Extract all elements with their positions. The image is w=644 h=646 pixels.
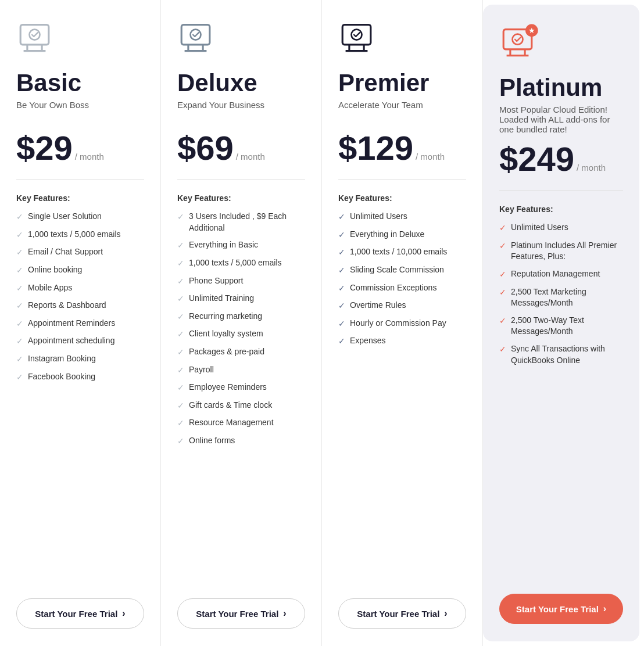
feature-item: ✓ Resource Management xyxy=(177,417,305,429)
plan-period: / month xyxy=(75,152,104,162)
check-icon: ✓ xyxy=(177,347,184,358)
plan-price-row: $29 / month xyxy=(16,131,144,180)
feature-text: 1,000 texts / 5,000 emails xyxy=(28,229,121,241)
feature-text: Client loyalty system xyxy=(189,328,263,340)
feature-text: Employee Reminders xyxy=(189,382,267,393)
feature-text: Facebook Booking xyxy=(28,371,95,383)
check-icon: ✓ xyxy=(338,318,345,330)
feature-text: Phone Support xyxy=(189,275,243,287)
plan-price: $129 xyxy=(338,131,413,165)
feature-text: Sliding Scale Commission xyxy=(350,264,444,276)
check-icon: ✓ xyxy=(16,247,23,259)
features-list: ✓ Unlimited Users ✓ Everything in Deluxe… xyxy=(338,211,466,584)
features-label: Key Features: xyxy=(16,193,144,203)
feature-item: ✓ Expenses xyxy=(338,335,466,347)
arrow-icon: › xyxy=(283,608,286,619)
svg-text:★: ★ xyxy=(528,27,535,35)
feature-text: Recurring marketing xyxy=(189,311,262,322)
feature-text: Reputation Management xyxy=(511,268,600,280)
feature-item: ✓ Sliding Scale Commission xyxy=(338,264,466,277)
plan-tagline: Most Popular Cloud Edition! Loaded with … xyxy=(499,105,623,134)
feature-text: 2,500 Two-Way Text Messages/Month xyxy=(511,315,623,338)
check-icon: ✓ xyxy=(338,265,345,277)
feature-item: ✓ Online forms xyxy=(177,435,305,447)
feature-text: Hourly or Commission Pay xyxy=(350,318,446,329)
check-icon: ✓ xyxy=(338,300,345,312)
check-icon: ✓ xyxy=(177,400,184,412)
plan-price: $249 xyxy=(499,142,574,176)
svg-rect-0 xyxy=(20,25,49,45)
feature-text: Unlimited Users xyxy=(350,211,407,222)
feature-item: ✓ Unlimited Training xyxy=(177,293,305,305)
plan-tagline: Be Your Own Boss xyxy=(16,100,144,123)
plan-col-platinum: ★ Platinum Most Popular Cloud Edition! L… xyxy=(483,5,639,641)
feature-item: ✓ Packages & pre-paid xyxy=(177,346,305,358)
check-icon: ✓ xyxy=(16,336,23,347)
features-list: ✓ Single User Solution ✓ 1,000 texts / 5… xyxy=(16,211,144,584)
check-icon: ✓ xyxy=(499,222,506,234)
feature-text: Platinum Includes All Premier Features, … xyxy=(511,240,623,263)
svg-point-9 xyxy=(191,30,201,40)
cta-button-deluxe[interactable]: Start Your Free Trial › xyxy=(177,598,305,629)
plan-col-premier: Premier Accelerate Your Team $129 / mont… xyxy=(322,0,483,646)
feature-text: 1,000 texts / 5,000 emails xyxy=(189,257,282,269)
feature-text: Online booking xyxy=(28,264,82,276)
check-icon: ✓ xyxy=(16,354,23,365)
feature-item: ✓ Reports & Dashboard xyxy=(16,300,144,312)
check-icon: ✓ xyxy=(16,265,23,277)
check-icon: ✓ xyxy=(16,300,23,312)
check-icon: ✓ xyxy=(338,229,345,241)
feature-item: ✓ Instagram Booking xyxy=(16,353,144,365)
feature-item: ✓ 2,500 Text Marketing Messages/Month xyxy=(499,286,623,309)
feature-text: Online forms xyxy=(189,435,235,447)
plan-name: Basic xyxy=(16,70,144,96)
pricing-grid: Basic Be Your Own Boss $29 / month Key F… xyxy=(0,0,644,646)
feature-item: ✓ Commission Exceptions xyxy=(338,282,466,295)
feature-item: ✓ Platinum Includes All Premier Features… xyxy=(499,240,623,263)
arrow-icon: › xyxy=(603,604,606,614)
cta-button-basic[interactable]: Start Your Free Trial › xyxy=(16,598,144,629)
feature-text: Instagram Booking xyxy=(28,353,96,365)
feature-text: Overtime Rules xyxy=(350,300,406,311)
check-icon: ✓ xyxy=(16,211,23,223)
check-icon: ✓ xyxy=(177,211,184,223)
cta-button-platinum[interactable]: Start Your Free Trial › xyxy=(499,594,623,624)
check-icon: ✓ xyxy=(338,283,345,295)
svg-rect-10 xyxy=(342,25,371,45)
feature-item: ✓ Online booking xyxy=(16,264,144,277)
feature-text: Expenses xyxy=(350,335,385,347)
feature-item: ✓ Recurring marketing xyxy=(177,311,305,323)
cta-label: Start Your Free Trial xyxy=(35,609,117,619)
feature-item: ✓ Gift cards & Time clock xyxy=(177,400,305,412)
feature-item: ✓ 1,000 texts / 5,000 emails xyxy=(177,257,305,270)
feature-item: ✓ Unlimited Users xyxy=(338,211,466,223)
feature-item: ✓ Everything in Basic xyxy=(177,239,305,252)
feature-item: ✓ Overtime Rules xyxy=(338,300,466,312)
plan-price-row: $69 / month xyxy=(177,131,305,180)
feature-text: Mobile Apps xyxy=(28,282,72,294)
check-icon: ✓ xyxy=(177,240,184,252)
feature-text: Packages & pre-paid xyxy=(189,346,264,358)
plan-icon-premier xyxy=(338,17,380,59)
check-icon: ✓ xyxy=(16,283,23,295)
feature-item: ✓ Employee Reminders xyxy=(177,382,305,394)
feature-text: Unlimited Users xyxy=(511,222,568,234)
plan-icon-deluxe xyxy=(177,17,219,59)
svg-rect-5 xyxy=(181,25,210,45)
plan-tagline: Expand Your Business xyxy=(177,100,305,123)
feature-item: ✓ Single User Solution xyxy=(16,211,144,223)
feature-item: ✓ Appointment scheduling xyxy=(16,335,144,347)
cta-button-premier[interactable]: Start Your Free Trial › xyxy=(338,598,466,629)
check-icon: ✓ xyxy=(177,418,184,429)
feature-item: ✓ Phone Support xyxy=(177,275,305,288)
features-label: Key Features: xyxy=(177,193,305,203)
check-icon: ✓ xyxy=(177,311,184,323)
check-icon: ✓ xyxy=(16,229,23,241)
features-label: Key Features: xyxy=(338,193,466,203)
feature-text: Payroll xyxy=(189,364,214,376)
feature-text: Sync All Transactions with QuickBooks On… xyxy=(511,343,623,366)
cta-label: Start Your Free Trial xyxy=(357,609,439,619)
plan-name: Deluxe xyxy=(177,70,305,96)
plan-price: $29 xyxy=(16,131,73,165)
check-icon: ✓ xyxy=(177,436,184,447)
